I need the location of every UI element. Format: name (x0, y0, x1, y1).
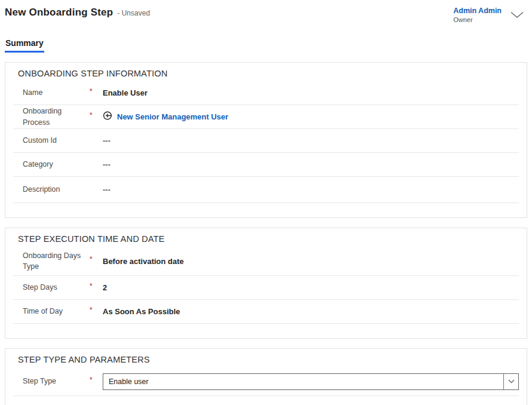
required-marker: * (90, 255, 103, 263)
required-marker: * (90, 87, 103, 96)
lookup-record-link[interactable]: New Senior Management User (117, 112, 228, 121)
field-row-onboarding-days-type: Onboarding Days Type * Before activation… (13, 247, 519, 276)
field-label: Step Days (23, 282, 90, 293)
chevron-down-icon[interactable] (511, 10, 524, 21)
owner-widget: Admin Admin Owner (453, 5, 527, 23)
field-value-onboarding-days-type[interactable]: Before activation date (103, 257, 184, 266)
required-marker: * (90, 306, 103, 314)
field-label: Onboarding Process (23, 106, 90, 127)
owner-block: Admin Admin Owner (453, 7, 502, 23)
field-row-step-type: Step Type * Enable user (13, 367, 519, 396)
section-step-type-and-parameters: STEP TYPE AND PARAMETERS Step Type * Ena… (5, 348, 527, 405)
field-value-step-days[interactable]: 2 (103, 283, 107, 292)
required-marker: * (90, 376, 103, 384)
step-type-selected-option: Enable user (103, 374, 503, 389)
field-label: Step Type (23, 376, 90, 386)
required-marker: * (90, 282, 103, 290)
record-form-page: New Onboarding Step - Unsaved Admin Admi… (0, 0, 532, 405)
field-row-custom-id: Custom Id --- (13, 129, 519, 153)
field-label: Description (23, 184, 90, 195)
field-value-description[interactable]: --- (103, 185, 110, 194)
field-label: Custom Id (23, 135, 90, 146)
field-label: Name (23, 87, 90, 98)
field-row-step-days: Step Days * 2 (13, 276, 519, 300)
section-title: ONBOARDING STEP INFORMATION (13, 63, 519, 81)
step-type-select[interactable]: Enable user (103, 373, 519, 390)
field-row-onboarding-process: Onboarding Process * New Senior Manageme… (13, 105, 519, 129)
field-row-time-of-day: Time of Day * As Soon As Possible (13, 300, 519, 324)
field-label: Onboarding Days Type (23, 250, 90, 272)
section-title: STEP TYPE AND PARAMETERS (13, 349, 519, 367)
field-row-name: Name * Enable User (13, 81, 519, 105)
field-label: Category (23, 159, 90, 170)
tab-summary[interactable]: Summary (5, 38, 44, 53)
save-status-badge: - Unsaved (117, 9, 150, 17)
owner-role-label: Owner (453, 16, 502, 23)
section-onboarding-step-information: ONBOARDING STEP INFORMATION Name * Enabl… (5, 62, 527, 218)
field-value-name[interactable]: Enable User (103, 88, 147, 97)
section-step-execution-time-and-date: STEP EXECUTION TIME AND DATE Onboarding … (5, 228, 527, 339)
form-header: New Onboarding Step - Unsaved Admin Admi… (5, 5, 527, 33)
field-value-time-of-day[interactable]: As Soon As Possible (103, 307, 180, 316)
page-title: New Onboarding Step (5, 7, 113, 19)
chevron-down-icon[interactable] (503, 374, 518, 389)
title-wrap: New Onboarding Step - Unsaved (5, 5, 150, 19)
circled-plus-lookup-icon (103, 111, 113, 123)
field-label: Time of Day (23, 306, 90, 317)
form-tabbar: Summary (5, 38, 527, 53)
lookup-value[interactable]: New Senior Management User (103, 111, 228, 123)
field-value-category[interactable]: --- (103, 160, 110, 169)
owner-link[interactable]: Admin Admin (453, 7, 502, 15)
field-row-category: Category --- (13, 153, 519, 177)
field-row-description: Description --- (13, 177, 519, 203)
required-marker: * (90, 111, 103, 119)
field-value-custom-id[interactable]: --- (103, 136, 110, 145)
section-title: STEP EXECUTION TIME AND DATE (13, 228, 519, 247)
